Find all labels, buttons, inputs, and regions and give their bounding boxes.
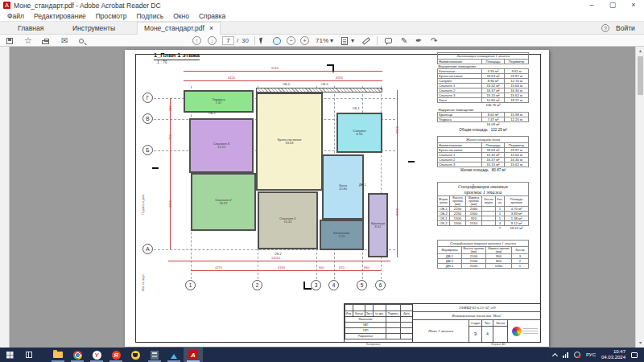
tab-close-icon[interactable]: × (209, 23, 213, 35)
scroll-up-icon[interactable]: ▴ (636, 47, 644, 53)
dim-top-right: 4590 (336, 76, 343, 80)
page-up-icon[interactable]: ↑ (192, 36, 201, 45)
axis-bubble-6: 6 (375, 280, 386, 290)
tab-document-label: Моне_стандарт.pdf (144, 23, 204, 35)
yandex-browser-button[interactable]: Y (87, 348, 106, 362)
folder-icon (53, 352, 63, 358)
acrobat-taskbar-button[interactable]: A (184, 348, 203, 362)
menu-file[interactable]: Файл (2, 12, 29, 20)
axis-bubble-g: Г (142, 93, 153, 103)
yellow-app-button[interactable] (126, 348, 145, 362)
dim-seg: 4270 (215, 265, 222, 269)
star-icon[interactable]: ☆ (24, 36, 32, 45)
blue-app-icon (170, 351, 179, 360)
dim-top-overall: 9010 (271, 66, 279, 70)
room-hall: Холл10.80 (322, 154, 364, 220)
menu-help[interactable]: Справка (194, 12, 230, 20)
calculator-button[interactable] (145, 348, 164, 362)
living-total-line: Жилая площадь80.87 м² (437, 168, 529, 172)
yandex-app-button[interactable]: Я (106, 348, 126, 362)
opening-label: ОК-2 (321, 83, 328, 86)
page-down-icon[interactable]: ↓ (208, 36, 217, 45)
clock[interactable]: 10:47 04.03.2024 (601, 349, 625, 360)
calculator-icon (151, 351, 159, 360)
select-tool-icon[interactable] (260, 36, 263, 45)
axis-bubble-5: 5 (357, 280, 367, 290)
explication-table: Наименование Площадь Периметр Внутренние… (437, 59, 529, 127)
measure-tool-icon[interactable] (362, 36, 370, 45)
dim-seg: 2800 (395, 126, 399, 134)
dim-top-left: 4420 (228, 76, 235, 80)
page-number-input[interactable]: 7 (222, 36, 234, 45)
page-fit-icon[interactable] (341, 36, 348, 45)
tab-home[interactable]: Главная (8, 22, 53, 35)
zoom-level[interactable]: 71% (316, 36, 328, 45)
menu-sign[interactable]: Подпись (132, 12, 169, 20)
dim-line (184, 71, 382, 72)
comment-tool-icon[interactable] (385, 36, 392, 45)
page-fit-caret-icon[interactable]: ▾ (351, 36, 354, 45)
help-icon[interactable]: ? (601, 24, 609, 32)
opening-label: ДН-1 (359, 183, 366, 187)
file-explorer-button[interactable] (48, 348, 68, 362)
scrollbar-thumb[interactable] (638, 56, 643, 95)
language-indicator[interactable]: РУС (586, 352, 596, 358)
print-icon[interactable] (42, 36, 49, 45)
axis-bubble-2: 2 (252, 280, 262, 290)
system-tray: РУС 10:47 04.03.2024 (553, 349, 644, 360)
window-spec-title: Спецификация оконных проемов 1 этажа (437, 182, 529, 195)
room-bedroom3: Спальня 315.15 (189, 118, 254, 173)
section-marker (408, 161, 415, 162)
fill-sign-icon[interactable]: ✒ (415, 36, 422, 45)
menu-edit[interactable]: Редактирование (29, 12, 91, 20)
room-bathroom: Санузел8.94 (336, 113, 382, 153)
network-icon[interactable] (563, 352, 568, 358)
footer-format: Формат А3 (491, 343, 506, 346)
blue-app-button[interactable] (164, 348, 184, 362)
tray-badge-icon[interactable] (574, 352, 580, 358)
search-icon[interactable] (79, 36, 84, 45)
clock-time: 10:47 (601, 349, 625, 355)
start-button[interactable] (0, 348, 19, 362)
maximize-button[interactable]: ▢ (602, 0, 623, 11)
close-button[interactable]: × (623, 0, 644, 11)
left-panel-strip[interactable] (0, 47, 10, 348)
drawing-name: План 1 этажа (413, 320, 469, 342)
hand-tool-icon[interactable] (273, 36, 281, 45)
company-info-lines (523, 327, 538, 335)
task-view-button[interactable] (19, 348, 39, 362)
send-tool-icon[interactable]: ↷ (431, 36, 437, 45)
sign-in-button[interactable]: Войти (616, 22, 635, 35)
minimize-button[interactable]: – (581, 0, 602, 11)
company-logo-icon (512, 327, 522, 336)
task-view-icon (26, 352, 32, 358)
zoom-in-icon[interactable]: + (300, 36, 309, 45)
dim-bottom-overall: 12010 (271, 256, 280, 260)
notification-icon[interactable] (631, 352, 638, 358)
axis-bubble-v: В (142, 113, 153, 124)
vertical-scrollbar[interactable]: ▴ ▾ (635, 47, 644, 348)
page-separator: / (237, 36, 238, 45)
zoom-out-icon[interactable]: − (287, 36, 295, 45)
save-icon[interactable] (6, 36, 13, 45)
dim-seg: 8300 (395, 208, 399, 216)
yandex-app-icon: Я (112, 351, 121, 360)
mail-icon[interactable]: ✉ (61, 36, 68, 45)
pencil-tool-icon[interactable]: ✎ (401, 36, 407, 45)
stage-grid: Стадия Лист Листов Э 4 (469, 320, 508, 342)
tray-expand-icon[interactable] (552, 352, 558, 358)
dim-line (397, 90, 398, 257)
chrome-button[interactable] (68, 348, 87, 362)
menu-window[interactable]: Окно (168, 12, 194, 20)
zoom-caret-icon[interactable]: ▾ (330, 36, 333, 45)
room-terrace: Терраса7.47 (184, 90, 254, 113)
room-porch: Крыльцо8.62 (368, 193, 388, 257)
chrome-icon (73, 351, 82, 360)
menu-view[interactable]: Просмотр (91, 12, 132, 20)
frame-label-inventory: Инв. № подл. (142, 274, 145, 291)
tab-document[interactable]: Моне_стандарт.pdf × (137, 22, 221, 35)
scroll-down-icon[interactable]: ▾ (636, 339, 644, 345)
taskbar: Y Я A РУС 10:47 04.03.2024 (0, 348, 644, 362)
dim-seg: 670 (339, 265, 345, 269)
tab-tools[interactable]: Инструменты (63, 22, 125, 35)
